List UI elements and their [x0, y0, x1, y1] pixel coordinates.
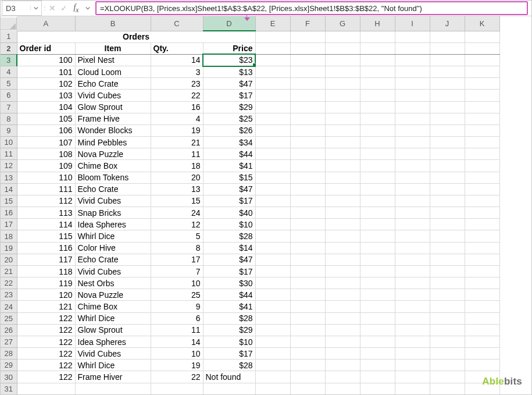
- cancel-icon[interactable]: ✕: [47, 3, 58, 13]
- row-header[interactable]: 31: [1, 383, 17, 394]
- cell-order-id[interactable]: 105: [17, 113, 75, 124]
- cell-order-id[interactable]: 121: [17, 301, 75, 312]
- cell-order-id[interactable]: 122: [17, 360, 75, 371]
- cell[interactable]: [360, 360, 395, 371]
- cell[interactable]: [395, 66, 430, 78]
- row-header[interactable]: 13: [1, 172, 17, 183]
- cell[interactable]: [325, 371, 360, 383]
- cell[interactable]: [255, 219, 290, 230]
- col-header-F[interactable]: F: [290, 16, 325, 31]
- cell-order-id[interactable]: 120: [17, 289, 75, 301]
- cell[interactable]: [360, 78, 395, 90]
- cell[interactable]: [290, 265, 325, 277]
- cell-order-id[interactable]: 122: [17, 336, 75, 347]
- cell-item[interactable]: Chime Box: [75, 160, 151, 172]
- cell[interactable]: [290, 242, 325, 254]
- cell[interactable]: [203, 383, 255, 394]
- cell-qty[interactable]: 25: [151, 289, 203, 301]
- cell-order-id[interactable]: 107: [17, 137, 75, 148]
- header-cell[interactable]: Item: [75, 42, 151, 54]
- cell[interactable]: [290, 207, 325, 219]
- cell[interactable]: [395, 230, 430, 242]
- cell-qty[interactable]: 22: [151, 371, 203, 383]
- cell-item[interactable]: Bloom Tokens: [75, 172, 151, 183]
- cell[interactable]: [465, 360, 499, 371]
- cell-item[interactable]: Vivid Cubes: [75, 265, 151, 277]
- cell-price[interactable]: Not found: [203, 371, 255, 383]
- row-header[interactable]: 10: [1, 137, 17, 148]
- cell[interactable]: [395, 101, 430, 113]
- cell[interactable]: [465, 137, 499, 148]
- cell-price[interactable]: $47: [203, 183, 255, 195]
- cell-price[interactable]: $28: [203, 360, 255, 371]
- cell[interactable]: [430, 195, 465, 207]
- row-header[interactable]: 12: [1, 160, 17, 172]
- cell[interactable]: [360, 383, 395, 394]
- cell-order-id[interactable]: 113: [17, 207, 75, 219]
- cell[interactable]: [360, 113, 395, 124]
- cell[interactable]: [395, 160, 430, 172]
- row-header[interactable]: 8: [1, 113, 17, 124]
- cell[interactable]: [325, 301, 360, 312]
- cell-qty[interactable]: 7: [151, 265, 203, 277]
- cell[interactable]: [430, 312, 465, 324]
- cell-price[interactable]: $29: [203, 324, 255, 336]
- cell[interactable]: [255, 195, 290, 207]
- cell[interactable]: [255, 301, 290, 312]
- cell[interactable]: [325, 160, 360, 172]
- cell[interactable]: [255, 230, 290, 242]
- cell[interactable]: [395, 336, 430, 347]
- cell[interactable]: [430, 124, 465, 136]
- cell[interactable]: [395, 148, 430, 160]
- cell[interactable]: [430, 360, 465, 371]
- cell-item[interactable]: Vivid Cubes: [75, 90, 151, 101]
- cell-price[interactable]: $23: [203, 54, 255, 66]
- cell-item[interactable]: Whirl Dice: [75, 360, 151, 371]
- cell[interactable]: [255, 78, 290, 90]
- cell-order-id[interactable]: 101: [17, 66, 75, 78]
- cell[interactable]: [465, 219, 499, 230]
- cell[interactable]: [360, 31, 395, 42]
- cell-price[interactable]: $41: [203, 160, 255, 172]
- cell[interactable]: [395, 78, 430, 90]
- cell[interactable]: [395, 360, 430, 371]
- row-header[interactable]: 28: [1, 348, 17, 360]
- cell[interactable]: [395, 195, 430, 207]
- cell[interactable]: [430, 90, 465, 101]
- cell[interactable]: [255, 113, 290, 124]
- cell[interactable]: [325, 42, 360, 54]
- cell[interactable]: [325, 383, 360, 394]
- cell-price[interactable]: $17: [203, 348, 255, 360]
- col-header-A[interactable]: A: [17, 16, 75, 31]
- cell[interactable]: [360, 348, 395, 360]
- cell[interactable]: [325, 254, 360, 265]
- cell[interactable]: [290, 324, 325, 336]
- cell[interactable]: [395, 289, 430, 301]
- cell[interactable]: [325, 289, 360, 301]
- cell[interactable]: [395, 254, 430, 265]
- cell[interactable]: [465, 113, 499, 124]
- cell-price[interactable]: $17: [203, 195, 255, 207]
- cell[interactable]: [360, 160, 395, 172]
- cell-order-id[interactable]: 108: [17, 148, 75, 160]
- cell-qty[interactable]: 21: [151, 137, 203, 148]
- cell[interactable]: [465, 265, 499, 277]
- cell[interactable]: [465, 42, 499, 54]
- row-header[interactable]: 19: [1, 242, 17, 254]
- row-header[interactable]: 4: [1, 66, 17, 78]
- cell-item[interactable]: Vivid Cubes: [75, 195, 151, 207]
- cell-order-id[interactable]: 117: [17, 254, 75, 265]
- cell-price[interactable]: $28: [203, 312, 255, 324]
- cell[interactable]: [465, 160, 499, 172]
- cell[interactable]: [325, 230, 360, 242]
- cell[interactable]: [255, 101, 290, 113]
- cell-price[interactable]: $13: [203, 66, 255, 78]
- cell-item[interactable]: Glow Sprout: [75, 324, 151, 336]
- cell[interactable]: [325, 78, 360, 90]
- cell[interactable]: [395, 31, 430, 42]
- cell[interactable]: [255, 42, 290, 54]
- cell-price[interactable]: $25: [203, 113, 255, 124]
- cell[interactable]: [465, 78, 499, 90]
- cell[interactable]: [290, 312, 325, 324]
- cell[interactable]: [360, 336, 395, 347]
